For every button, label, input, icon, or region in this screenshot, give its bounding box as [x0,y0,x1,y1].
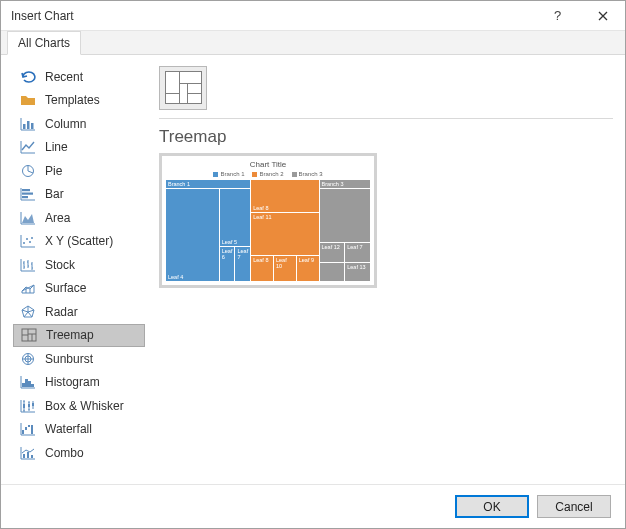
sidebar-item-histogram[interactable]: Histogram [13,371,145,395]
treemap-chart-icon [20,327,38,343]
legend-item: Branch 1 [220,171,244,177]
sidebar-item-recent[interactable]: Recent [13,65,145,89]
titlebar: Insert Chart ? [1,1,625,31]
sidebar-item-sunburst[interactable]: Sunburst [13,347,145,371]
window-title: Insert Chart [11,9,535,23]
combo-chart-icon [19,445,37,461]
sidebar-item-label: Line [45,140,68,154]
svg-rect-0 [23,124,26,129]
svg-rect-6 [22,196,28,198]
sidebar-item-pie[interactable]: Pie [13,159,145,183]
svg-point-7 [23,242,25,244]
branch-header: Branch 3 [320,180,371,188]
svg-rect-22 [25,427,27,430]
content-area: Recent Templates Column Line Pie Bar [1,55,625,484]
svg-rect-18 [23,404,25,408]
bar-chart-icon [19,186,37,202]
svg-rect-15 [25,379,28,387]
sidebar-item-label: Bar [45,187,64,201]
sidebar-item-label: Surface [45,281,86,295]
sidebar-item-label: Templates [45,93,100,107]
sidebar-item-line[interactable]: Line [13,136,145,160]
sidebar-item-label: Pie [45,164,62,178]
leaf-cell: Leaf 11 [251,213,318,255]
sidebar-item-label: Column [45,117,86,131]
sidebar-item-surface[interactable]: Surface [13,277,145,301]
svg-point-8 [26,238,28,240]
legend-item: Branch 2 [259,171,283,177]
area-chart-icon [19,210,37,226]
leaf-cell: Leaf 9 [297,256,319,281]
sidebar-item-label: Sunburst [45,352,93,366]
chart-preview[interactable]: Chart Title Branch 1 Branch 2 Branch 3 B… [159,153,377,288]
sidebar-item-waterfall[interactable]: Waterfall [13,418,145,442]
pie-chart-icon [19,163,37,179]
leaf-cell: Leaf 8 [251,180,318,212]
svg-rect-26 [27,452,29,458]
sidebar-item-label: Stock [45,258,75,272]
leaf-cell: Leaf 7 [235,247,250,281]
sidebar-item-label: Area [45,211,70,225]
tab-all-charts[interactable]: All Charts [7,31,81,55]
sidebar-item-label: Waterfall [45,422,92,436]
leaf-cell: Leaf 5 [220,189,250,246]
svg-rect-20 [32,403,34,406]
svg-rect-27 [31,455,33,458]
legend-item: Branch 3 [299,171,323,177]
sidebar-item-scatter[interactable]: X Y (Scatter) [13,230,145,254]
sidebar-item-label: Treemap [46,328,94,342]
svg-rect-16 [28,381,31,387]
sunburst-chart-icon [19,351,37,367]
folder-icon [19,92,37,108]
leaf-cell [320,189,371,242]
leaf-cell: Leaf 8 [251,256,273,281]
svg-rect-19 [28,404,30,407]
close-button[interactable] [580,1,625,30]
sidebar-item-area[interactable]: Area [13,206,145,230]
subtype-thumb-row [159,65,613,119]
sidebar-item-stock[interactable]: Stock [13,253,145,277]
sidebar-item-label: X Y (Scatter) [45,234,113,248]
sidebar-item-boxwhisker[interactable]: Box & Whisker [13,394,145,418]
preview-title: Chart Title [166,160,370,169]
preview-legend: Branch 1 Branch 2 Branch 3 [166,171,370,177]
radar-chart-icon [19,304,37,320]
svg-rect-24 [31,425,33,434]
leaf-cell: Leaf 13 [345,263,370,281]
sidebar-item-radar[interactable]: Radar [13,300,145,324]
subtype-heading: Treemap [159,127,613,147]
sidebar-item-label: Radar [45,305,78,319]
leaf-cell: Leaf 12 [320,243,345,261]
sidebar-item-label: Histogram [45,375,100,389]
dialog-footer: OK Cancel [1,484,625,528]
sidebar-item-combo[interactable]: Combo [13,441,145,465]
subtype-thumb-treemap[interactable] [159,66,207,110]
stock-chart-icon [19,257,37,273]
boxwhisker-chart-icon [19,398,37,414]
svg-rect-2 [31,123,34,129]
scatter-chart-icon [19,233,37,249]
sidebar-item-templates[interactable]: Templates [13,89,145,113]
svg-point-9 [29,241,31,243]
chart-category-sidebar: Recent Templates Column Line Pie Bar [13,65,145,474]
leaf-cell: Leaf 7 [345,243,370,261]
svg-rect-23 [28,425,30,427]
sidebar-item-bar[interactable]: Bar [13,183,145,207]
tabstrip: All Charts [1,31,625,55]
sidebar-item-treemap[interactable]: Treemap [13,324,145,348]
ok-button[interactable]: OK [455,495,529,518]
cancel-button[interactable]: Cancel [537,495,611,518]
branch-header: Branch 1 [166,180,250,188]
svg-rect-1 [27,121,30,129]
leaf-cell: Leaf 6 [220,247,235,281]
svg-rect-17 [31,384,34,387]
svg-rect-14 [22,383,25,387]
leaf-cell [320,263,345,281]
svg-rect-21 [22,430,24,434]
treemap-thumb-icon [165,72,201,104]
sidebar-item-label: Combo [45,446,84,460]
svg-point-10 [31,237,33,239]
insert-chart-dialog: Insert Chart ? All Charts Recent Templat… [0,0,626,529]
sidebar-item-column[interactable]: Column [13,112,145,136]
help-button[interactable]: ? [535,1,580,30]
